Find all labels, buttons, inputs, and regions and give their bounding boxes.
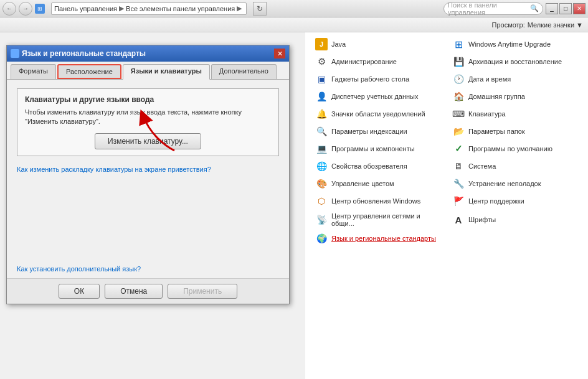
cp-item-system[interactable]: 🖥Система [450, 158, 581, 174]
cp-item-icon-datetime: 🕐 [452, 73, 465, 85]
section-desc: Чтобы изменить клавиатуру или язык ввода… [25, 108, 271, 127]
tab-location[interactable]: Расположение [57, 64, 121, 79]
cp-item-icon-notifications: 🔔 [315, 108, 328, 120]
maximize-button[interactable]: □ [559, 3, 572, 14]
close-button[interactable]: ✕ [573, 3, 586, 14]
apply-button[interactable]: Применить [168, 284, 237, 299]
cp-item-label-folder-options: Параметры папок [468, 128, 525, 135]
cp-item-fonts[interactable]: AШрифты [450, 210, 581, 229]
change-layout-link[interactable]: Как изменить раскладку клавиатуры на экр… [17, 166, 211, 173]
title-bar: ← → ⊞ Панель управления ▶ Все элементы п… [0, 0, 588, 17]
cp-item-icon-windows-update: ⬡ [315, 195, 328, 207]
cp-item-color-mgmt[interactable]: 🎨Управление цветом [313, 175, 443, 192]
cp-item-troubleshoot[interactable]: 🔧Устранение неполадок [450, 175, 581, 192]
cp-item-icon-lang-regional: 🌍 [315, 232, 328, 245]
cp-item-icon-java: J [315, 38, 328, 50]
cp-item-label-default-programs: Программы по умолчанию [468, 145, 552, 152]
cp-item-label-keyboard: Клавиатура [468, 110, 506, 118]
cp-item-icon-user-accounts: 👤 [315, 90, 328, 103]
cp-icon: ⊞ [35, 4, 45, 14]
main-content: Язык и региональные стандарты ✕ Форматы … [0, 32, 588, 379]
cp-item-label-lang-regional: Язык и региональные стандарты [331, 235, 436, 242]
dialog-lang-regional: Язык и региональные стандарты ✕ Форматы … [6, 45, 290, 304]
left-panel: Язык и региональные стандарты ✕ Форматы … [0, 32, 305, 379]
section-title: Клавиатуры и другие языки ввода [25, 95, 271, 104]
cp-item-label-support: Центр поддержки [468, 197, 524, 205]
cp-item-label-gadgets: Гаджеты рабочего стола [331, 75, 409, 83]
cp-item-icon-fonts: A [452, 213, 465, 226]
install-lang-link[interactable]: Как установить дополнительный язык? [17, 265, 141, 273]
cp-item-icon-support: 🚩 [452, 195, 465, 207]
cp-item-windows-anytime[interactable]: ⊞Windows Anytime Upgrade [450, 36, 581, 52]
cp-item-datetime[interactable]: 🕐Дата и время [450, 71, 581, 87]
cp-item-lang-regional[interactable]: 🌍Язык и региональные стандарты [313, 230, 443, 246]
ok-button[interactable]: ОК [59, 284, 100, 299]
cp-item-label-datetime: Дата и время [468, 75, 511, 83]
keyboard-section: Клавиатуры и другие языки ввода Чтобы из… [17, 88, 279, 156]
cp-item-label-network: Центр управления сетями и общи... [331, 212, 441, 227]
cp-item-icon-archive: 💾 [452, 55, 465, 68]
cp-item-icon-admin: ⚙ [315, 55, 328, 68]
cp-item-icon-default-programs: ✓ [452, 143, 465, 155]
cp-item-icon-keyboard: ⌨ [452, 108, 465, 120]
back-button[interactable]: ← [2, 2, 16, 16]
dialog-titlebar: Язык и региональные стандарты ✕ [7, 45, 289, 62]
cp-item-browser[interactable]: 🌐Свойства обозревателя [313, 158, 443, 174]
search-icon: 🔍 [530, 4, 539, 12]
cp-item-label-windows-anytime: Windows Anytime Upgrade [468, 40, 551, 48]
cp-item-label-color-mgmt: Управление цветом [331, 180, 394, 187]
cp-item-icon-homegroup: 🏠 [452, 90, 465, 103]
cp-item-icon-browser: 🌐 [315, 160, 328, 172]
cp-item-gadgets[interactable]: ▣Гаджеты рабочего стола [313, 71, 443, 87]
cp-item-java[interactable]: JJava [313, 36, 443, 52]
cp-item-icon-programs: 💻 [315, 143, 328, 155]
tab-languages[interactable]: Языки и клавиатуры [123, 64, 210, 80]
cp-item-windows-update[interactable]: ⬡Центр обновления Windows [313, 193, 443, 209]
cancel-button[interactable]: Отмена [105, 284, 163, 299]
cp-item-label-indexing: Параметры индексации [331, 128, 407, 135]
dialog-buttons: ОК Отмена Применить [7, 278, 289, 304]
dialog-spacer [7, 185, 289, 260]
cp-item-admin[interactable]: ⚙Администрирование [313, 54, 443, 70]
tab-bar: Форматы Расположение Языки и клавиатуры … [7, 62, 289, 80]
cp-item-notifications[interactable]: 🔔Значки области уведомлений [313, 106, 443, 122]
cp-item-user-accounts[interactable]: 👤Диспетчер учетных данных [313, 88, 443, 105]
dialog-close-button[interactable]: ✕ [274, 49, 285, 58]
dialog-icon [11, 49, 19, 58]
tab-additional[interactable]: Дополнительно [211, 64, 277, 79]
cp-item-indexing[interactable]: 🔍Параметры индексации [313, 123, 443, 139]
cp-item-keyboard[interactable]: ⌨Клавиатура [450, 106, 581, 122]
cp-item-network[interactable]: 📡Центр управления сетями и общи... [313, 210, 443, 229]
refresh-button[interactable]: ↻ [253, 2, 267, 16]
cp-item-label-browser: Свойства обозревателя [331, 162, 407, 170]
cp-item-icon-system: 🖥 [452, 160, 465, 172]
address-part2: Все элементы панели управления [126, 5, 235, 12]
right-panel: JJava⊞Windows Anytime Upgrade⚙Администри… [305, 32, 588, 379]
cp-item-label-archive: Архивация и восстановление [468, 58, 562, 65]
minimize-button[interactable]: _ [546, 3, 558, 14]
search-bar[interactable]: Поиск в панели управления 🔍 [443, 2, 543, 15]
address-bar[interactable]: Панель управления ▶ Все элементы панели … [51, 2, 247, 15]
cp-item-label-programs: Программы и компоненты [331, 145, 415, 152]
cp-item-label-user-accounts: Диспетчер учетных данных [331, 93, 419, 100]
cp-item-label-fonts: Шрифты [468, 216, 496, 223]
cp-item-support[interactable]: 🚩Центр поддержки [450, 193, 581, 209]
cp-item-label-troubleshoot: Устранение неполадок [468, 180, 541, 187]
tab-formats[interactable]: Форматы [11, 64, 56, 79]
cp-item-icon-windows-anytime: ⊞ [452, 38, 465, 50]
cp-item-icon-troubleshoot: 🔧 [452, 177, 465, 190]
cp-item-homegroup[interactable]: 🏠Домашняя группа [450, 88, 581, 105]
cp-item-default-programs[interactable]: ✓Программы по умолчанию [450, 141, 581, 157]
view-selector[interactable]: Мелкие значки ▼ [528, 21, 583, 29]
cp-item-programs[interactable]: 💻Программы и компоненты [313, 141, 443, 157]
cp-item-archive[interactable]: 💾Архивация и восстановление [450, 54, 581, 70]
cp-item-icon-network: 📡 [315, 213, 328, 226]
change-keyboard-button[interactable]: Изменить клавиатуру... [95, 133, 201, 149]
cp-item-icon-color-mgmt: 🎨 [315, 177, 328, 190]
view-label: Просмотр: [491, 21, 524, 29]
cp-item-folder-options[interactable]: 📂Параметры папок [450, 123, 581, 139]
cp-item-icon-indexing: 🔍 [315, 125, 328, 138]
items-grid: JJava⊞Windows Anytime Upgrade⚙Администри… [313, 36, 581, 246]
cp-item-label-homegroup: Домашняя группа [468, 93, 525, 100]
forward-button[interactable]: → [19, 2, 32, 16]
